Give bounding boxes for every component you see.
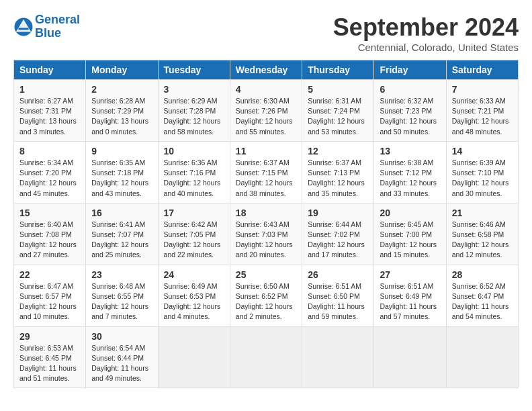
calendar-cell: 14Sunrise: 6:39 AM Sunset: 7:10 PM Dayli… <box>446 141 518 203</box>
day-number: 24 <box>164 269 224 280</box>
header-sunday: Sunday <box>14 60 86 80</box>
calendar-cell <box>230 326 302 388</box>
day-number: 8 <box>19 146 80 156</box>
day-info: Sunrise: 6:33 AM Sunset: 7:21 PM Dayligh… <box>452 96 513 137</box>
calendar-header-row: SundayMondayTuesdayWednesdayThursdayFrid… <box>14 60 519 80</box>
week-row-5: 29Sunrise: 6:53 AM Sunset: 6:45 PM Dayli… <box>14 326 519 388</box>
day-info: Sunrise: 6:37 AM Sunset: 7:15 PM Dayligh… <box>236 158 296 199</box>
calendar-cell: 29Sunrise: 6:53 AM Sunset: 6:45 PM Dayli… <box>14 326 86 388</box>
day-number: 4 <box>236 84 296 95</box>
calendar-cell: 2Sunrise: 6:28 AM Sunset: 7:29 PM Daylig… <box>86 80 158 142</box>
day-info: Sunrise: 6:39 AM Sunset: 7:10 PM Dayligh… <box>452 158 513 199</box>
logo-icon <box>13 17 34 37</box>
page-header: General Blue September 2024 Centennial, … <box>13 13 519 53</box>
day-number: 3 <box>164 84 224 95</box>
day-number: 10 <box>164 146 224 156</box>
day-number: 5 <box>308 84 368 95</box>
calendar-table: SundayMondayTuesdayWednesdayThursdayFrid… <box>13 60 519 388</box>
month-title: September 2024 <box>333 13 519 42</box>
week-row-4: 22Sunrise: 6:47 AM Sunset: 6:57 PM Dayli… <box>14 265 519 326</box>
week-row-1: 1Sunrise: 6:27 AM Sunset: 7:31 PM Daylig… <box>14 80 519 142</box>
day-info: Sunrise: 6:51 AM Sunset: 6:50 PM Dayligh… <box>308 281 368 322</box>
calendar-cell <box>446 326 518 388</box>
header-thursday: Thursday <box>302 60 374 80</box>
day-info: Sunrise: 6:36 AM Sunset: 7:16 PM Dayligh… <box>164 158 224 199</box>
day-info: Sunrise: 6:44 AM Sunset: 7:02 PM Dayligh… <box>308 220 368 261</box>
day-number: 18 <box>236 208 296 218</box>
day-number: 16 <box>91 208 152 218</box>
day-info: Sunrise: 6:43 AM Sunset: 7:03 PM Dayligh… <box>236 220 296 261</box>
day-number: 15 <box>19 208 80 218</box>
logo-line2: Blue <box>35 26 61 40</box>
header-friday: Friday <box>374 60 446 80</box>
day-info: Sunrise: 6:29 AM Sunset: 7:28 PM Dayligh… <box>164 96 224 137</box>
calendar-cell: 26Sunrise: 6:51 AM Sunset: 6:50 PM Dayli… <box>302 265 374 326</box>
day-info: Sunrise: 6:41 AM Sunset: 7:07 PM Dayligh… <box>91 220 152 261</box>
calendar-cell: 5Sunrise: 6:31 AM Sunset: 7:24 PM Daylig… <box>302 80 374 142</box>
logo: General Blue <box>13 13 80 40</box>
day-info: Sunrise: 6:48 AM Sunset: 6:55 PM Dayligh… <box>91 281 152 322</box>
week-row-2: 8Sunrise: 6:34 AM Sunset: 7:20 PM Daylig… <box>14 141 519 203</box>
calendar-cell <box>158 326 230 388</box>
day-number: 25 <box>236 269 296 280</box>
day-info: Sunrise: 6:49 AM Sunset: 6:53 PM Dayligh… <box>164 281 224 322</box>
header-tuesday: Tuesday <box>158 60 230 80</box>
day-number: 26 <box>308 269 368 280</box>
day-number: 28 <box>452 269 513 280</box>
day-number: 1 <box>19 84 80 95</box>
calendar-cell: 19Sunrise: 6:44 AM Sunset: 7:02 PM Dayli… <box>302 203 374 265</box>
day-info: Sunrise: 6:38 AM Sunset: 7:12 PM Dayligh… <box>380 158 440 199</box>
day-number: 14 <box>452 146 513 156</box>
day-number: 20 <box>380 208 440 218</box>
calendar-cell: 17Sunrise: 6:42 AM Sunset: 7:05 PM Dayli… <box>158 203 230 265</box>
day-info: Sunrise: 6:47 AM Sunset: 6:57 PM Dayligh… <box>19 281 80 322</box>
calendar-cell: 1Sunrise: 6:27 AM Sunset: 7:31 PM Daylig… <box>14 80 86 142</box>
calendar-cell: 28Sunrise: 6:52 AM Sunset: 6:47 PM Dayli… <box>446 265 518 326</box>
calendar-cell: 12Sunrise: 6:37 AM Sunset: 7:13 PM Dayli… <box>302 141 374 203</box>
calendar-cell: 15Sunrise: 6:40 AM Sunset: 7:08 PM Dayli… <box>14 203 86 265</box>
day-number: 2 <box>91 84 152 95</box>
day-info: Sunrise: 6:32 AM Sunset: 7:23 PM Dayligh… <box>380 96 440 137</box>
calendar-cell: 27Sunrise: 6:51 AM Sunset: 6:49 PM Dayli… <box>374 265 446 326</box>
day-info: Sunrise: 6:51 AM Sunset: 6:49 PM Dayligh… <box>380 281 440 322</box>
calendar-cell <box>374 326 446 388</box>
day-number: 27 <box>380 269 440 280</box>
calendar-cell: 8Sunrise: 6:34 AM Sunset: 7:20 PM Daylig… <box>14 141 86 203</box>
day-info: Sunrise: 6:28 AM Sunset: 7:29 PM Dayligh… <box>91 96 152 137</box>
logo-line1: General <box>35 13 80 26</box>
calendar-cell: 24Sunrise: 6:49 AM Sunset: 6:53 PM Dayli… <box>158 265 230 326</box>
day-number: 29 <box>19 331 80 342</box>
day-number: 7 <box>452 84 513 95</box>
calendar-cell: 4Sunrise: 6:30 AM Sunset: 7:26 PM Daylig… <box>230 80 302 142</box>
calendar-cell: 18Sunrise: 6:43 AM Sunset: 7:03 PM Dayli… <box>230 203 302 265</box>
svg-rect-2 <box>19 28 29 30</box>
day-info: Sunrise: 6:54 AM Sunset: 6:44 PM Dayligh… <box>91 343 152 384</box>
calendar-cell: 16Sunrise: 6:41 AM Sunset: 7:07 PM Dayli… <box>86 203 158 265</box>
calendar-cell: 9Sunrise: 6:35 AM Sunset: 7:18 PM Daylig… <box>86 141 158 203</box>
calendar-cell: 7Sunrise: 6:33 AM Sunset: 7:21 PM Daylig… <box>446 80 518 142</box>
header-wednesday: Wednesday <box>230 60 302 80</box>
day-info: Sunrise: 6:50 AM Sunset: 6:52 PM Dayligh… <box>236 281 296 322</box>
day-info: Sunrise: 6:34 AM Sunset: 7:20 PM Dayligh… <box>19 158 80 199</box>
calendar-cell: 25Sunrise: 6:50 AM Sunset: 6:52 PM Dayli… <box>230 265 302 326</box>
calendar-cell: 6Sunrise: 6:32 AM Sunset: 7:23 PM Daylig… <box>374 80 446 142</box>
day-number: 22 <box>19 269 80 280</box>
calendar-cell: 23Sunrise: 6:48 AM Sunset: 6:55 PM Dayli… <box>86 265 158 326</box>
calendar-cell: 30Sunrise: 6:54 AM Sunset: 6:44 PM Dayli… <box>86 326 158 388</box>
day-info: Sunrise: 6:37 AM Sunset: 7:13 PM Dayligh… <box>308 158 368 199</box>
day-number: 21 <box>452 208 513 218</box>
day-info: Sunrise: 6:42 AM Sunset: 7:05 PM Dayligh… <box>164 220 224 261</box>
calendar-cell: 11Sunrise: 6:37 AM Sunset: 7:15 PM Dayli… <box>230 141 302 203</box>
location-title: Centennial, Colorado, United States <box>333 42 519 53</box>
week-row-3: 15Sunrise: 6:40 AM Sunset: 7:08 PM Dayli… <box>14 203 519 265</box>
title-area: September 2024 Centennial, Colorado, Uni… <box>333 13 519 53</box>
day-info: Sunrise: 6:45 AM Sunset: 7:00 PM Dayligh… <box>380 220 440 261</box>
day-number: 9 <box>91 146 152 156</box>
calendar-cell: 3Sunrise: 6:29 AM Sunset: 7:28 PM Daylig… <box>158 80 230 142</box>
calendar-cell: 10Sunrise: 6:36 AM Sunset: 7:16 PM Dayli… <box>158 141 230 203</box>
day-number: 19 <box>308 208 368 218</box>
day-number: 6 <box>380 84 440 95</box>
day-number: 11 <box>236 146 296 156</box>
day-number: 17 <box>164 208 224 218</box>
day-number: 30 <box>91 331 152 342</box>
